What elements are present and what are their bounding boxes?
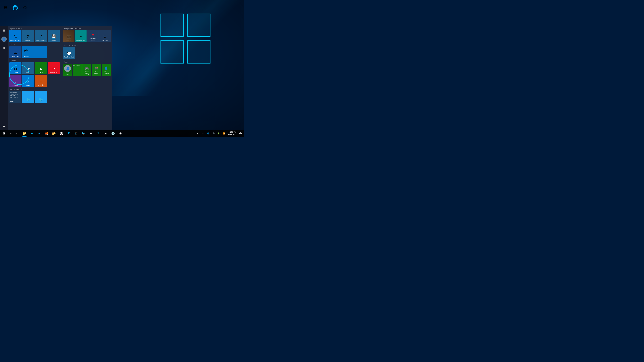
- photos-label: Photos: [66, 39, 71, 41]
- taskbar-app12[interactable]: ☁: [102, 130, 109, 137]
- network-desktop-icon[interactable]: 🌐: [11, 5, 19, 11]
- powerpoint-label: PowerPoint: [50, 71, 58, 73]
- taskbar-skype[interactable]: S: [94, 130, 102, 137]
- action-center-button[interactable]: 💬: [238, 131, 243, 136]
- tray-network-icon[interactable]: 🌐: [206, 131, 210, 136]
- irfanview-tile[interactable]: ✱ IrfanView 32-...: [87, 30, 98, 42]
- snipping-tool-tile[interactable]: ✂ Snipping Tool: [75, 30, 86, 42]
- todo-tile[interactable]: ✓ To-Do: [22, 75, 34, 87]
- social-media-grid: @pakaworld l...Packing Tip for#MSIgnite …: [8, 91, 62, 103]
- taskbar-app10[interactable]: ⊕: [87, 130, 94, 137]
- weather-label: Weather: [24, 55, 29, 57]
- svg-rect-4: [161, 14, 183, 36]
- cortana-icon: ⊡: [16, 132, 18, 135]
- xbox-avatars-tile[interactable]: 👤 Xbox Avatars: [102, 64, 111, 76]
- excel-tile[interactable]: X Excel: [35, 62, 47, 74]
- taskbar-cortana-button[interactable]: ⊡: [14, 130, 20, 136]
- xbox-greeting-tile[interactable]: Hi, WinObs: [73, 64, 82, 76]
- snipping-tool-label: Snipping Tool: [76, 39, 85, 41]
- get-office-tile[interactable]: ⊞ Get Office: [35, 75, 47, 87]
- app8-icon: 📱: [74, 132, 78, 135]
- taskbar-app14[interactable]: ⊙: [117, 130, 124, 137]
- word-tile[interactable]: W Word: [22, 62, 34, 74]
- app12-icon: ☁: [104, 132, 107, 135]
- feedback-hub-label: Feedback Hub: [64, 56, 74, 58]
- microsoft-store-tile[interactable]: 🛍 Microsoft Store: [10, 30, 22, 42]
- xbox-label-text: Xbox: [63, 73, 72, 75]
- onenote-tile[interactable]: N OneNote: [10, 75, 22, 87]
- word-label: Word: [26, 71, 30, 73]
- settings-sidebar-button[interactable]: ⚙: [1, 45, 7, 51]
- taskbar-app6[interactable]: 🐼: [58, 130, 65, 137]
- powerpoint-tile[interactable]: P PowerPoint: [48, 62, 60, 74]
- windows-logo: [157, 10, 214, 67]
- tray-cloud-icon[interactable]: ☁: [200, 131, 205, 136]
- twitter-feed-label: Twitter: [10, 101, 14, 103]
- settings-tile[interactable]: ⚙ Settings: [22, 30, 34, 42]
- taskbar-twitter[interactable]: 🐦: [80, 130, 87, 137]
- start-button[interactable]: ⊞: [0, 130, 8, 137]
- photos-tile[interactable]: 📷 Photos: [63, 30, 74, 42]
- onenote-label: OneNote: [12, 84, 18, 86]
- paint-net-tile[interactable]: 🖼 paint.net: [99, 30, 111, 42]
- twitter-tile-2[interactable]: 🐦: [35, 91, 47, 103]
- todo-label: To-Do: [26, 84, 30, 86]
- weather-sun-icon: ☀: [24, 48, 28, 53]
- microsoft-store-icon: 🛍: [14, 34, 17, 39]
- onedrive-tile[interactable]: ☁ OneDrive: [10, 46, 22, 58]
- storage-label: Storage: [51, 39, 56, 41]
- power-sidebar-button[interactable]: ⏻: [1, 123, 7, 129]
- windows-update-tile[interactable]: ↺ Windows Upd...: [35, 30, 47, 42]
- app7-icon: P: [68, 132, 70, 135]
- powerpoint-icon: P: [52, 67, 55, 71]
- xbox-tile[interactable]: 👤 Xbox: [63, 64, 72, 76]
- taskbar-date: 9/22/2017: [228, 133, 236, 136]
- paint-net-label: paint.net: [102, 39, 108, 41]
- xbox-beta-label: Xbox (beta): [83, 71, 91, 75]
- folder-icon: 📂: [52, 132, 56, 135]
- control-panel-desktop-icon[interactable]: ⚙: [21, 5, 29, 11]
- windows-start-icon: ⊞: [3, 132, 5, 135]
- word-icon: W: [27, 67, 30, 71]
- taskbar-app13[interactable]: 💿: [109, 130, 117, 137]
- xbox-greeting-text: Hi, WinObs: [74, 64, 80, 66]
- taskbar: ⊞ ○ ⊡ 📁 e e 🦊 📂 🐼: [0, 130, 244, 137]
- taskbar-app7[interactable]: P: [65, 130, 72, 137]
- xbox-beta-tile[interactable]: 🎮 Xbox (beta): [82, 64, 92, 76]
- chevron-up-icon: ▲: [196, 132, 198, 135]
- taskbar-file-explorer[interactable]: 📁: [21, 130, 28, 137]
- weather-tile[interactable]: ☀ ℹ Weather: [22, 46, 47, 58]
- outlook-tile[interactable]: ✉ Outlook: [10, 62, 22, 74]
- start-user-avatar[interactable]: 👤: [1, 36, 7, 42]
- taskbar-app8[interactable]: 📱: [72, 130, 80, 137]
- twitter-feed-tile[interactable]: @pakaworld l...Packing Tip for#MSIgnite …: [10, 91, 22, 103]
- xbox-insider-label: Xbox Insider...: [93, 71, 100, 75]
- storage-tile[interactable]: 💾 Storage: [48, 30, 60, 42]
- taskbar-ie[interactable]: e: [36, 130, 43, 137]
- feedback-hub-tile[interactable]: 💬 Feedback Hub: [63, 47, 75, 59]
- hamburger-menu-button[interactable]: ☰: [1, 27, 7, 33]
- computer-desktop-icon[interactable]: 🖥: [1, 5, 10, 11]
- outlook-icon: ✉: [14, 67, 17, 71]
- svg-rect-7: [188, 41, 210, 63]
- action-center-icon: 💬: [239, 132, 242, 135]
- tray-volume-icon[interactable]: 🔊: [211, 131, 216, 136]
- xbox-insider-tile[interactable]: 🎮 Xbox Insider...: [92, 64, 101, 76]
- desktop-icons: 🖥 🌐 ⚙: [1, 5, 29, 11]
- taskbar-edge[interactable]: e: [28, 130, 36, 137]
- tray-wifi-icon[interactable]: 📶: [222, 131, 226, 136]
- settings-icon: ⚙: [26, 34, 30, 39]
- app10-icon: ⊕: [90, 132, 92, 135]
- snipping-tool-icon: ✂: [80, 35, 82, 39]
- tray-battery-icon[interactable]: 🔋: [216, 131, 221, 136]
- taskbar-clock[interactable]: 10:39 AM 9/22/2017: [227, 131, 238, 136]
- excel-icon: X: [40, 67, 42, 71]
- create-label: Create: [8, 58, 62, 62]
- search-icon: ○: [10, 132, 12, 135]
- twitter-tile-1[interactable]: 🐦: [22, 91, 34, 103]
- taskbar-search-button[interactable]: ○: [8, 130, 14, 136]
- show-hidden-icons-button[interactable]: ▲: [195, 131, 200, 136]
- taskbar-folder[interactable]: 📂: [50, 130, 58, 137]
- taskbar-firefox[interactable]: 🦊: [43, 130, 50, 137]
- network-tray-icon: 🌐: [207, 132, 209, 135]
